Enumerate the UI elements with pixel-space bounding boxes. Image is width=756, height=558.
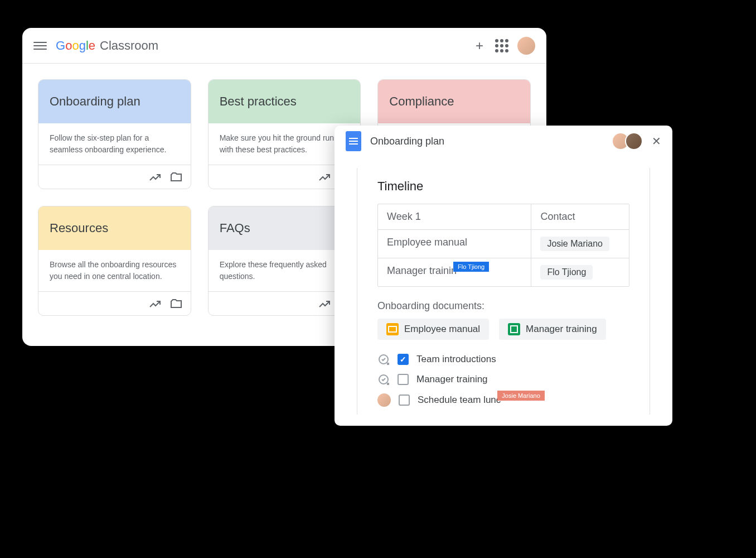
close-icon[interactable]: ✕ [652,134,661,148]
folder-icon[interactable] [169,297,182,310]
user-avatar[interactable] [517,37,535,55]
google-docs-icon [346,131,361,151]
checklist-item: Manager training [377,373,629,386]
docs-header: Onboarding plan ✕ [335,126,672,157]
onboarding-documents-label: Onboarding documents: [377,300,629,312]
class-card-onboarding-plan[interactable]: Onboarding plan Follow the six-step plan… [38,79,191,189]
card-title: Best practices [209,80,361,123]
trending-icon[interactable] [148,297,161,310]
editor-cursor-label: Flo Tjiong [453,262,489,272]
checkbox[interactable] [398,354,409,365]
table-header-contact: Contact [531,204,629,229]
class-card-resources[interactable]: Resources Browse all the onboarding reso… [38,206,191,316]
sheets-icon [508,323,520,335]
card-title: Compliance [378,80,530,123]
timeline-table: Week 1 Contact Employee manual Josie Mar… [377,204,629,287]
collaborator-avatars [616,132,643,150]
doc-link-label: Manager training [526,324,597,335]
checklist-item: Schedule team luncJosie Mariano [377,393,629,407]
trending-icon[interactable] [148,171,161,183]
checklist-label[interactable]: Team introductions [416,354,496,365]
checkbox[interactable] [398,374,409,385]
slides-icon [386,323,399,335]
checklist-label[interactable]: Manager training [416,374,488,385]
table-header-week: Week 1 [378,204,531,229]
trending-icon[interactable] [318,297,330,310]
card-description: Follow the six-step plan for a seamless … [38,123,191,165]
checklist-item: Team introductions [377,353,629,365]
hamburger-menu-icon[interactable] [33,39,47,52]
docs-page-content[interactable]: Timeline Week 1 Contact Employee manual … [357,168,650,415]
contact-chip[interactable]: Flo Tjiong [540,265,593,280]
table-cell-task[interactable]: Manager traininFlo Tjiong [378,258,531,286]
classroom-header: G o o g l e Classroom + [22,28,546,64]
table-cell-contact[interactable]: Josie Mariano [531,230,629,258]
card-title: Resources [38,206,191,250]
doc-link-employee-manual[interactable]: Employee manual [377,319,489,340]
contact-chip[interactable]: Josie Mariano [540,237,609,251]
checklist-label[interactable]: Schedule team luncJosie Mariano [418,395,501,406]
google-apps-icon[interactable] [495,39,508,52]
app-product-name: Classroom [100,39,158,53]
add-task-icon[interactable] [377,353,390,365]
folder-icon[interactable] [169,171,182,183]
docs-window: Onboarding plan ✕ Timeline Week 1 Contac… [335,126,672,426]
docs-document-title[interactable]: Onboarding plan [370,136,444,147]
trending-icon[interactable] [318,171,330,183]
doc-link-manager-training[interactable]: Manager training [499,319,606,340]
card-description: Browse all the onboarding resources you … [38,250,191,291]
table-cell-task[interactable]: Employee manual [378,230,531,258]
checklist: Team introductions Manager training Sche… [377,353,629,407]
add-class-icon[interactable]: + [473,39,486,52]
timeline-heading: Timeline [377,179,629,194]
table-cell-contact[interactable]: Flo Tjiong [531,258,629,286]
assignee-avatar[interactable] [377,393,391,407]
checkbox[interactable] [399,395,410,406]
editor-cursor-label: Josie Mariano [497,391,544,401]
add-task-icon[interactable] [377,373,390,386]
card-title: Onboarding plan [38,80,191,123]
collaborator-avatar-2[interactable] [625,132,643,150]
google-logo: G o o g l e [56,39,95,53]
doc-link-label: Employee manual [404,324,480,335]
